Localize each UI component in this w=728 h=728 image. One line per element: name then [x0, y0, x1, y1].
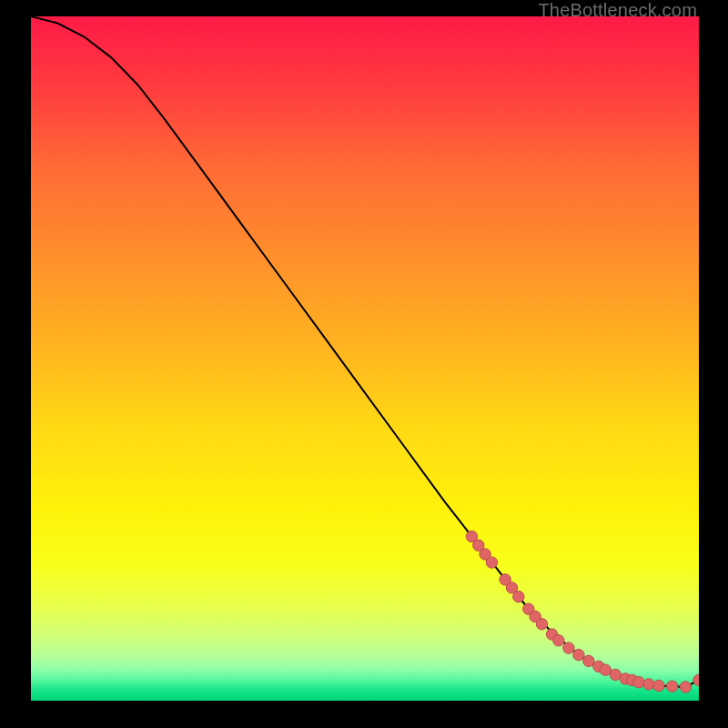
data-markers	[466, 531, 699, 693]
plot-area	[31, 16, 699, 701]
bottleneck-curve	[31, 16, 699, 687]
data-marker	[600, 664, 611, 675]
data-marker	[643, 679, 654, 690]
data-marker	[653, 680, 664, 691]
data-marker	[553, 635, 564, 646]
data-marker	[583, 655, 594, 666]
chart-stage: TheBottleneck.com	[0, 0, 728, 728]
data-marker	[486, 557, 497, 568]
data-marker	[680, 682, 691, 693]
data-marker	[693, 674, 699, 685]
data-marker	[633, 677, 644, 688]
curve-layer	[31, 16, 699, 701]
data-marker	[563, 642, 574, 653]
data-marker	[666, 681, 677, 692]
data-marker	[513, 592, 524, 602]
data-marker	[573, 649, 584, 660]
data-marker	[536, 619, 547, 630]
